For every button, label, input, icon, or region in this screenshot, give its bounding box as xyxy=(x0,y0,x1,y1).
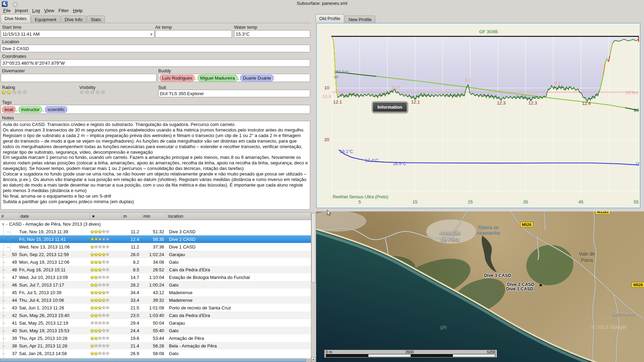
buddy-pill[interactable]: Duarte Duarte xyxy=(240,75,274,81)
chart-label: 9.7 xyxy=(555,81,561,86)
dive-stars: ★★★★★ xyxy=(90,305,122,310)
dive-list-horizontal-scrollbar[interactable] xyxy=(0,359,311,362)
dive-date: Thu, Apr 25, 2013 10:28 xyxy=(19,336,90,341)
star-icon: ★ xyxy=(90,290,94,295)
rating-stars[interactable]: ★★★★★ xyxy=(1,89,27,96)
dive-row[interactable]: –49Mon, Aug 19, 2013 12:06★★★★★8.234:08G… xyxy=(0,258,311,266)
scale-segment xyxy=(326,354,368,357)
dive-flag-icon[interactable]: ⚑ xyxy=(539,283,543,288)
dive-row[interactable]: –42Sun, May 26, 2013 15:40★★★★★23.01:03:… xyxy=(0,311,311,319)
tab-old-profile[interactable]: Old Profile xyxy=(315,14,344,23)
star-icon: ★ xyxy=(105,252,109,257)
dive-date: Sun, May 26, 2013 15:40 xyxy=(19,313,90,318)
menu-view[interactable]: View xyxy=(42,7,56,14)
dive-site-map[interactable]: Armação de PêraRibeira de AlcantarilhaVa… xyxy=(316,211,644,362)
menu-help[interactable]: Help xyxy=(71,7,85,14)
dive-row[interactable]: –50Sun, Sep 22, 2013 12:59★★★★★28.01:02:… xyxy=(0,251,311,258)
left-tab-bar: Dive NotesEquipmentDive InfoStats xyxy=(1,15,106,23)
dive-row[interactable]: –41Sat, May 25, 2013 12:19★★★★★29.450:04… xyxy=(0,319,311,327)
dive-row[interactable]: –38Sun, Apr 21, 2013 11:28★★★★★21.456:28… xyxy=(0,342,311,350)
tree-line-trip xyxy=(10,231,11,251)
buddy-field[interactable]: Luís Rodrigues,Miguel Madureira,Duarte D… xyxy=(158,74,310,82)
dive-row[interactable]: –46Sun, Jul 7, 2013 17:17★★★★★28.21:00:2… xyxy=(0,281,311,289)
dive-row[interactable]: –43Sat, Jun 1, 2013 11:26★★★★★21.51:01:0… xyxy=(0,304,311,311)
star-icon: ★ xyxy=(101,297,105,303)
column-header-m[interactable]: m xyxy=(122,212,142,220)
pill-separator: , xyxy=(16,107,17,112)
column-header-location[interactable]: location xyxy=(167,212,311,220)
column-header-min[interactable]: min xyxy=(142,212,167,220)
start-time-combo[interactable]: 11/15/13 11:41 AM ∨ xyxy=(1,30,154,38)
start-time-value: 11/15/13 11:41 AM xyxy=(2,31,39,37)
dive-row[interactable]: –40Sun, May 19, 2013 15:53★★★★★24.455:40… xyxy=(0,327,311,334)
road-badge: M1281 xyxy=(595,211,610,215)
dive-row[interactable]: –48Fri, Aug 16, 2013 15:11★★★★★8.526:52C… xyxy=(0,266,311,273)
dive-list-header[interactable]: #date★mminlocation xyxy=(0,212,311,220)
star-icon: ★ xyxy=(90,236,94,242)
star-icon: ★ xyxy=(94,252,98,257)
menu-import[interactable]: Import xyxy=(13,7,30,14)
scroll-down-button[interactable]: ▼ xyxy=(311,357,316,362)
scale-mid: 2600 xyxy=(405,350,414,354)
scrollbar-thumb[interactable] xyxy=(312,213,316,283)
chart-label: 12.4 xyxy=(582,101,591,106)
tags-pill[interactable]: instructor xyxy=(19,106,42,113)
divemaster-field[interactable] xyxy=(1,74,156,82)
dive-row[interactable]: –Tue, Nov 19, 2013 11:39★★★★★11.251:32Di… xyxy=(0,228,311,235)
location-field[interactable]: Dive 2 CASD xyxy=(1,45,310,52)
dive-location: Galo xyxy=(167,260,311,265)
dive-list-vertical-scrollbar[interactable]: ▼ xyxy=(311,212,316,362)
tags-field[interactable]: boat,instructor,scientific xyxy=(1,105,310,114)
tab-stats[interactable]: Stats xyxy=(87,16,105,23)
chart-label: 16.9°C xyxy=(393,161,406,166)
tab-new-profile[interactable]: New Profile xyxy=(345,16,375,23)
star-icon: ★ xyxy=(90,328,94,333)
window-title: Subsurface: paneves.xml xyxy=(0,1,644,6)
tab-dive-notes[interactable]: Dive Notes xyxy=(1,14,30,23)
menu-filter[interactable]: Filter xyxy=(56,7,71,14)
coordinates-field[interactable]: 37°05'23.460"N 8°20'47.879"W xyxy=(1,59,310,67)
dive-row[interactable]: –44Thu, Jul 4, 2013 10:08★★★★★33.439:32M… xyxy=(0,296,311,304)
buddy-pill[interactable]: Luís Rodrigues xyxy=(160,75,195,81)
menu-file[interactable]: File xyxy=(1,7,13,14)
dive-site-label: Dive 1 CASD xyxy=(506,286,534,291)
chart-label: 35 xyxy=(523,199,528,205)
tags-pill[interactable]: scientific xyxy=(45,106,67,113)
buddy-pill[interactable]: Miguel Madureira xyxy=(198,75,237,81)
dive-row[interactable]: –39Thu, Apr 25, 2013 10:28★★★★★19.653:44… xyxy=(0,334,311,342)
water-temp-field[interactable]: 15.3°C xyxy=(234,30,310,38)
dive-row[interactable]: –Wed, Nov 13, 2013 11:06★★★★★11.237:36Di… xyxy=(0,243,311,251)
dive-row[interactable]: –37Sat, Jan 26, 2013 14:58★★★★★26.956:08… xyxy=(0,350,311,357)
dive-row[interactable]: –45Fri, Jul 5, 2013 10:39★★★★★34.443:12M… xyxy=(0,289,311,296)
menu-log[interactable]: Log xyxy=(30,7,42,14)
trip-row[interactable]: ∨ – CASD - Armação de Pêra, Nov 2013 (3 … xyxy=(0,220,311,228)
column-header-num[interactable]: # xyxy=(0,212,19,220)
visibility-stars[interactable]: ★★★★★ xyxy=(79,89,106,96)
tab-dive-info[interactable]: Dive Info xyxy=(61,16,86,23)
dive-location: Galo xyxy=(167,351,311,356)
notes-textarea[interactable]: Aula do curso CASD. Transectos c/video e… xyxy=(1,121,310,210)
column-header-date[interactable]: date xyxy=(19,212,90,220)
star-icon: ★ xyxy=(98,274,101,280)
star-icon: ★ xyxy=(90,267,94,272)
star-icon: ★ xyxy=(90,343,94,349)
column-header-★[interactable]: ★ xyxy=(90,212,122,220)
dive-duration: 26:52 xyxy=(142,267,167,272)
scrollbar-thumb-horizontal[interactable] xyxy=(0,359,306,362)
dive-row[interactable]: –47Wed, Jul 10, 2013 13:09★★★★★14.71:10:… xyxy=(0,273,311,281)
tab-equipment[interactable]: Equipment xyxy=(31,16,60,23)
star-icon: ★ xyxy=(101,252,105,257)
expander-icon[interactable]: ∨ xyxy=(0,222,5,226)
tags-pill[interactable]: boat xyxy=(2,106,16,113)
dive-row[interactable]: –Fri, Nov 15, 2013 11:41★★★★★12.456:35Di… xyxy=(0,235,311,243)
star-icon: ★ xyxy=(101,305,105,310)
star-icon: ★ xyxy=(1,89,6,96)
dive-location: Armação de Pêra xyxy=(167,336,311,341)
information-button[interactable]: Information xyxy=(372,102,408,112)
chevron-down-icon[interactable]: ∨ xyxy=(150,32,153,36)
air-temp-field[interactable] xyxy=(155,30,232,38)
suit-field[interactable]: DUI TLS 350 Explorer xyxy=(158,90,310,97)
star-icon: ★ xyxy=(12,89,17,96)
star-icon: ★ xyxy=(105,267,109,272)
start-time-label: Start time xyxy=(2,25,21,30)
